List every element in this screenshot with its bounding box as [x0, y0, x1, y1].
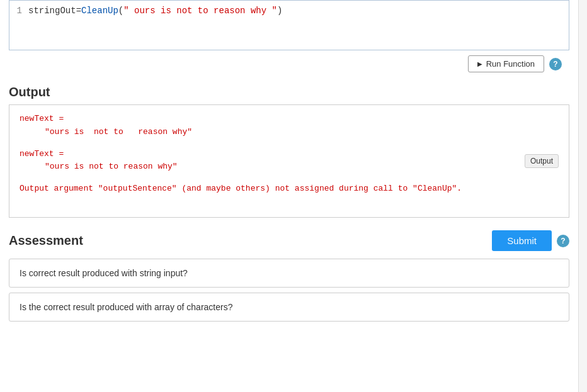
help-icon-toolbar[interactable]: ? [549, 58, 562, 70]
question-text-2: Is the correct result produced with arra… [20, 302, 232, 312]
run-function-button[interactable]: ▶ Run Function [468, 55, 544, 72]
code-editor: 1 stringOut=CleanUp(" ours is not to rea… [9, 0, 569, 50]
submit-button[interactable]: Submit [492, 230, 552, 251]
code-string: " ours is not to reason why " [123, 6, 277, 16]
code-var: stringOut [28, 6, 76, 16]
output-box: newText = "ours is not to reason why" ne… [9, 104, 569, 218]
line-number-1: 1 [9, 6, 28, 16]
output-blank-1 [20, 139, 559, 148]
assessment-actions: Submit ? [492, 230, 569, 251]
play-icon: ▶ [477, 60, 482, 67]
run-function-label: Run Function [486, 59, 535, 69]
section-assessment: Assessment Submit ? Is correct result pr… [9, 218, 569, 322]
toolbar: ▶ Run Function ? [9, 50, 569, 77]
output-tooltip: Output [525, 154, 559, 168]
question-item-1[interactable]: Is correct result produced with string i… [9, 259, 569, 288]
output-line-2: "ours is not to reason why" [20, 126, 559, 139]
output-line-4: "ours is not to reason why" [20, 160, 559, 174]
scrollbar[interactable] [578, 0, 587, 392]
code-text-1[interactable]: stringOut=CleanUp(" ours is not to reaso… [28, 6, 569, 16]
assessment-header: Assessment Submit ? [9, 218, 569, 259]
question-text-1: Is correct result produced with string i… [20, 268, 188, 278]
output-line-5: Output argument "outputSentence" (and ma… [20, 182, 559, 196]
section-output: Output newText = "ours is not to reason … [9, 77, 569, 218]
output-line-1: newText = [20, 113, 559, 126]
output-title: Output [9, 77, 569, 104]
code-function: CleanUp [81, 6, 118, 16]
output-line-3: newText = [20, 148, 559, 161]
help-icon-assessment[interactable]: ? [557, 235, 569, 247]
output-blank-2 [20, 174, 559, 182]
question-item-2[interactable]: Is the correct result produced with arra… [9, 293, 569, 322]
assessment-title: Assessment [9, 233, 83, 248]
code-line-1[interactable]: 1 stringOut=CleanUp(" ours is not to rea… [9, 1, 569, 21]
